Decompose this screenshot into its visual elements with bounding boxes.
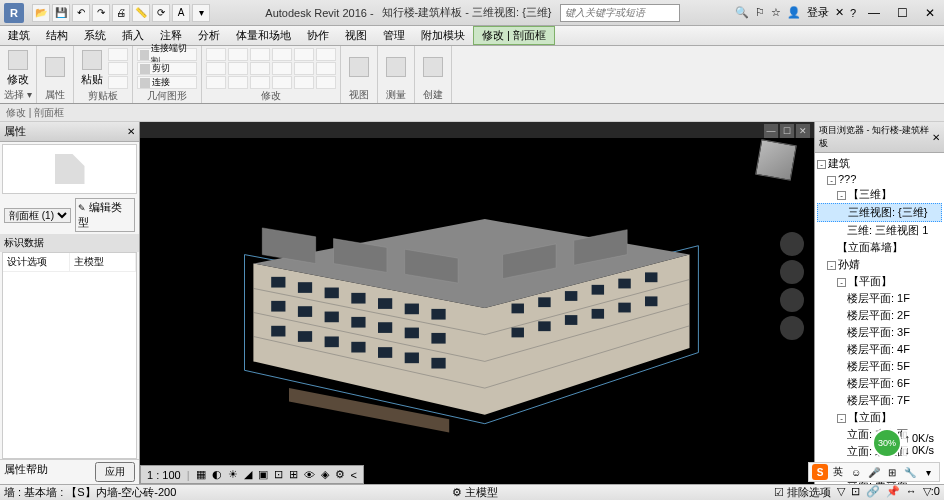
qat-save-icon[interactable]: 💾: [52, 4, 70, 22]
qat-redo-icon[interactable]: ↷: [92, 4, 110, 22]
orbit-icon[interactable]: [780, 316, 804, 340]
status-select-count[interactable]: ▽:0: [923, 485, 940, 500]
ribbon-tool-icon[interactable]: [272, 76, 292, 89]
crop-view-icon[interactable]: ⊡: [274, 468, 283, 481]
tree-node[interactable]: 楼层平面: 1F: [817, 290, 942, 307]
status-filter-icon[interactable]: ▽: [837, 485, 845, 500]
viewcube[interactable]: [755, 139, 797, 181]
ribbon-tab[interactable]: 管理: [375, 26, 413, 45]
vcb-collapse-icon[interactable]: <: [351, 469, 357, 481]
detail-level-icon[interactable]: ▦: [196, 468, 206, 481]
ribbon-tool-icon[interactable]: [250, 48, 270, 61]
close-button[interactable]: ✕: [916, 2, 944, 24]
ribbon-tool-icon[interactable]: [250, 76, 270, 89]
status-select-links-icon[interactable]: 🔗: [866, 485, 880, 500]
ribbon-small-button[interactable]: 连接端切割: [137, 48, 197, 61]
ime-logo-icon[interactable]: S: [812, 464, 828, 480]
tree-node[interactable]: -???: [817, 172, 942, 186]
tree-node[interactable]: 楼层平面: 7F: [817, 392, 942, 409]
status-select-pinned-icon[interactable]: 📌: [886, 485, 900, 500]
ribbon-button[interactable]: 修改: [4, 48, 32, 88]
tree-toggle-icon[interactable]: -: [837, 414, 846, 423]
properties-close-icon[interactable]: ✕: [127, 126, 135, 137]
favorite-icon[interactable]: ☆: [771, 6, 781, 19]
qat-sync-icon[interactable]: ⟳: [152, 4, 170, 22]
ime-keyboard-icon[interactable]: ⊞: [884, 464, 900, 480]
crop-region-icon[interactable]: ⊞: [289, 468, 298, 481]
ribbon-tool-icon[interactable]: [294, 76, 314, 89]
steering-wheel-icon[interactable]: [780, 232, 804, 256]
ribbon-tab[interactable]: 建筑: [0, 26, 38, 45]
tree-node[interactable]: -建筑: [817, 155, 942, 172]
sun-path-icon[interactable]: ☀: [228, 468, 238, 481]
maximize-button[interactable]: ☐: [888, 2, 916, 24]
ribbon-button[interactable]: [382, 48, 410, 88]
ribbon-tool-icon[interactable]: [228, 48, 248, 61]
ribbon-tab[interactable]: 修改 | 剖面框: [473, 26, 555, 45]
exchange-icon[interactable]: ✕: [835, 6, 844, 19]
qat-more-icon[interactable]: ▾: [192, 4, 210, 22]
ribbon-tool-icon[interactable]: [316, 48, 336, 61]
infocenter-search-icon[interactable]: 🔍: [735, 6, 749, 19]
status-drag-icon[interactable]: ↔: [906, 485, 917, 500]
user-icon[interactable]: 👤: [787, 6, 801, 19]
vp-max-icon[interactable]: ☐: [780, 124, 794, 138]
ribbon-tool-icon[interactable]: [250, 62, 270, 75]
tree-toggle-icon[interactable]: -: [817, 160, 826, 169]
help-icon[interactable]: ?: [850, 7, 856, 19]
ribbon-tool-icon[interactable]: [108, 62, 128, 75]
ribbon-tool-icon[interactable]: [206, 76, 226, 89]
ribbon-button[interactable]: [419, 48, 447, 88]
ribbon-tool-icon[interactable]: [316, 62, 336, 75]
vp-close-icon[interactable]: ✕: [796, 124, 810, 138]
rendering-icon[interactable]: ▣: [258, 468, 268, 481]
login-label[interactable]: 登录: [807, 5, 829, 20]
ribbon-small-button[interactable]: 连接: [137, 76, 197, 89]
properties-help-button[interactable]: 属性帮助: [4, 462, 48, 482]
status-exclude-options[interactable]: ☑ 排除选项: [774, 485, 831, 500]
ime-voice-icon[interactable]: 🎤: [866, 464, 882, 480]
search-input[interactable]: [560, 4, 680, 22]
qat-undo-icon[interactable]: ↶: [72, 4, 90, 22]
tree-node[interactable]: 楼层平面: 2F: [817, 307, 942, 324]
property-row[interactable]: 设计选项主模型: [3, 253, 136, 272]
download-progress-badge[interactable]: 30%: [872, 428, 902, 458]
ribbon-tool-icon[interactable]: [272, 48, 292, 61]
tree-node[interactable]: 三维视图: {三维}: [817, 203, 942, 222]
pan-icon[interactable]: [780, 260, 804, 284]
scale-label[interactable]: 1 : 100: [147, 469, 181, 481]
reveal-hidden-icon[interactable]: ◈: [321, 468, 329, 481]
tree-node[interactable]: 楼层平面: 3F: [817, 324, 942, 341]
tree-node[interactable]: 三维: 三维视图 1: [817, 222, 942, 239]
ribbon-tool-icon[interactable]: [228, 62, 248, 75]
qat-a-icon[interactable]: A: [172, 4, 190, 22]
ribbon-tool-icon[interactable]: [108, 76, 128, 89]
ribbon-tool-icon[interactable]: [206, 48, 226, 61]
ime-toolbar[interactable]: S 英 ☺ 🎤 ⊞ 🔧 ▾: [808, 462, 940, 482]
comm-icon[interactable]: ⚐: [755, 6, 765, 19]
tree-node[interactable]: -【立面】: [817, 409, 942, 426]
minimize-button[interactable]: —: [860, 2, 888, 24]
hide-isolate-icon[interactable]: 👁: [304, 469, 315, 481]
ribbon-tool-icon[interactable]: [108, 48, 128, 61]
edit-type-button[interactable]: ✎ 编辑类型: [75, 198, 135, 232]
visual-style-icon[interactable]: ◐: [212, 468, 222, 481]
tree-toggle-icon[interactable]: -: [837, 278, 846, 287]
tree-toggle-icon[interactable]: -: [827, 176, 836, 185]
ribbon-button[interactable]: [41, 48, 69, 88]
ribbon-tool-icon[interactable]: [272, 62, 292, 75]
ime-dropdown-icon[interactable]: ▾: [920, 464, 936, 480]
ribbon-small-button[interactable]: 剪切: [137, 62, 197, 75]
qat-print-icon[interactable]: 🖨: [112, 4, 130, 22]
ribbon-tab[interactable]: 视图: [337, 26, 375, 45]
ribbon-button[interactable]: [345, 48, 373, 88]
3d-viewport[interactable]: — ☐ ✕: [140, 122, 814, 484]
tree-node[interactable]: -【平面】: [817, 273, 942, 290]
tree-toggle-icon[interactable]: -: [837, 191, 846, 200]
ribbon-tab[interactable]: 附加模块: [413, 26, 473, 45]
shadows-icon[interactable]: ◢: [244, 468, 252, 481]
qat-open-icon[interactable]: 📂: [32, 4, 50, 22]
tree-node[interactable]: -孙婧: [817, 256, 942, 273]
tree-node[interactable]: -【三维】: [817, 186, 942, 203]
ime-settings-icon[interactable]: 🔧: [902, 464, 918, 480]
